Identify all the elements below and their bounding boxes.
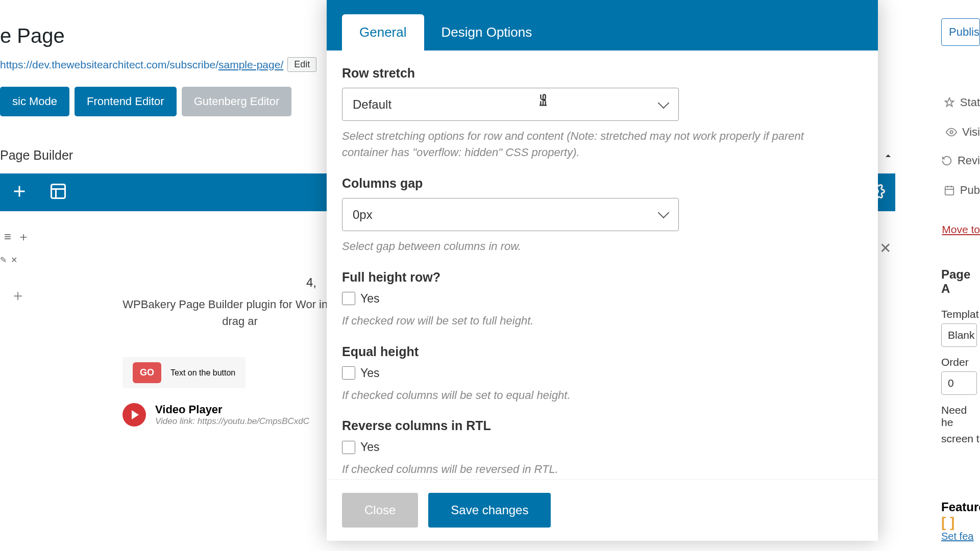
- page-title: e Page: [0, 24, 65, 47]
- reverse-rtl-checkbox[interactable]: [342, 441, 355, 454]
- tab-design-options[interactable]: Design Options: [424, 14, 550, 51]
- permalink-row: https://dev.thewebsitearchitect.com/subs…: [0, 57, 316, 72]
- svg-rect-2: [52, 185, 65, 198]
- row-stretch-help: Select stretching options for row and co…: [342, 128, 842, 161]
- delete-row-icon[interactable]: ✕: [11, 255, 17, 265]
- calendar-icon: [944, 185, 955, 196]
- full-height-checkbox[interactable]: [342, 292, 355, 305]
- video-element[interactable]: Video Player Video link: https://youtu.b…: [122, 403, 309, 427]
- svg-point-6: [950, 131, 953, 134]
- gutenberg-editor-button[interactable]: Gutenberg Editor: [182, 87, 292, 116]
- full-height-help: If checked row will be set to full heigh…: [342, 313, 842, 329]
- classic-mode-button[interactable]: sic Mode: [0, 87, 69, 116]
- video-link: Video link: https://youtu.be/CmpsBCxdC: [155, 416, 309, 427]
- full-height-label: Full height row?: [342, 270, 863, 285]
- pin-icon: [944, 97, 955, 108]
- help-text2: screen t: [941, 433, 980, 445]
- visibility-line[interactable]: Visi: [946, 126, 980, 139]
- columns-gap-select[interactable]: 0px: [342, 198, 679, 231]
- collapse-caret-icon[interactable]: [883, 151, 893, 163]
- history-icon: [941, 155, 952, 166]
- permalink-edit-button[interactable]: Edit: [287, 57, 316, 72]
- templates-icon[interactable]: [49, 182, 67, 203]
- permalink-url[interactable]: https://dev.thewebsitearchitect.com/subs…: [0, 59, 283, 71]
- row-stretch-select[interactable]: Default: [342, 88, 679, 121]
- video-title: Video Player: [155, 403, 309, 416]
- columns-gap-label: Columns gap: [342, 176, 863, 191]
- row-mini-toolbar: ≡ ＋: [0, 224, 357, 249]
- featured-image-title: Feature: [941, 500, 980, 514]
- button-text: Text on the button: [170, 368, 235, 378]
- row-stretch-label: Row stretch: [342, 66, 863, 81]
- go-badge: GO: [133, 362, 161, 383]
- row-settings-modal: General Design Options Row stretch Defau…: [327, 0, 878, 541]
- play-icon: [122, 403, 146, 427]
- equal-height-yes: Yes: [360, 366, 380, 380]
- add-column-icon[interactable]: ＋: [17, 229, 30, 245]
- frontend-editor-button[interactable]: Frontend Editor: [75, 87, 177, 116]
- svg-rect-7: [945, 187, 954, 195]
- page-attributes-title: Page A: [941, 267, 980, 296]
- row-count: 4,: [306, 276, 316, 290]
- full-height-yes: Yes: [360, 292, 380, 306]
- close-button[interactable]: Close: [342, 493, 418, 528]
- edit-row-icon[interactable]: ✎: [0, 255, 7, 265]
- bracket-icon: [ ]: [941, 514, 980, 531]
- drag-handle-icon[interactable]: ≡: [4, 230, 11, 244]
- reverse-rtl-help: If checked columns will be reversed in R…: [342, 461, 842, 478]
- save-changes-button[interactable]: Save changes: [428, 493, 551, 528]
- columns-gap-help: Select gap between columns in row.: [342, 238, 842, 255]
- add-element-icon[interactable]: [10, 182, 29, 203]
- equal-height-label: Equal height: [342, 344, 863, 359]
- eye-icon: [946, 127, 957, 138]
- template-label: Templat: [941, 308, 980, 320]
- revisions-line[interactable]: Revi: [941, 154, 980, 167]
- reverse-rtl-label: Reverse columns in RTL: [342, 418, 863, 433]
- order-label: Order: [941, 356, 980, 368]
- help-text1: Need he: [941, 404, 980, 429]
- publish-date-line[interactable]: Pub: [944, 184, 980, 197]
- equal-height-help: If checked columns will be set to equal …: [342, 387, 842, 404]
- move-to-trash-link[interactable]: Move to: [942, 223, 980, 236]
- template-select[interactable]: Blank: [941, 323, 977, 347]
- status-line[interactable]: Stat: [944, 96, 980, 109]
- tab-general[interactable]: General: [342, 14, 424, 51]
- builder-title: Page Builder: [0, 148, 73, 163]
- publish-button[interactable]: Publish: [941, 18, 980, 46]
- order-input[interactable]: 0: [941, 371, 977, 395]
- set-featured-link[interactable]: Set fea: [941, 531, 973, 542]
- close-panel-icon[interactable]: ✕: [879, 240, 891, 257]
- text-block[interactable]: WPBakery Page Builder plugin for Wor int…: [122, 296, 357, 330]
- reverse-rtl-yes: Yes: [360, 440, 380, 454]
- equal-height-checkbox[interactable]: [342, 366, 355, 380]
- button-element[interactable]: GO Text on the button: [122, 357, 246, 388]
